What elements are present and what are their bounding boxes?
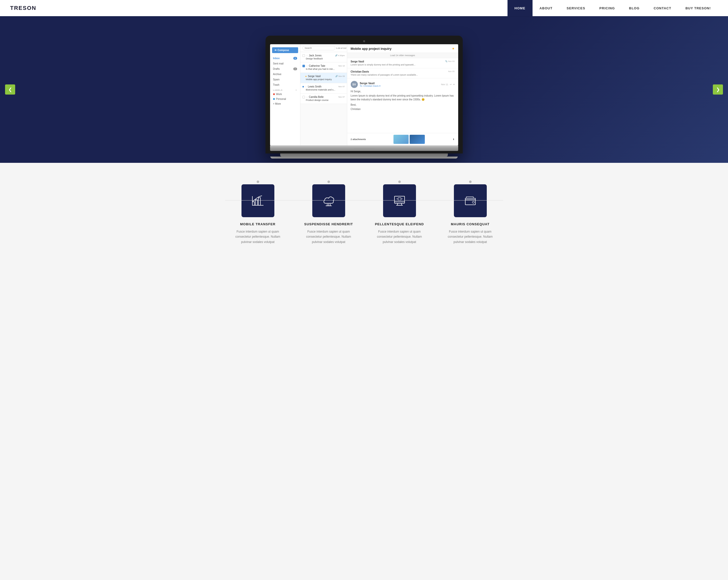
avatar: SV xyxy=(351,81,358,88)
email-time-1: 🔗 4:30pm xyxy=(335,54,345,57)
nav-services[interactable]: SERVICES xyxy=(560,0,593,16)
mail-app: ✏ Compose Inbox 3 Sent mail Dr xyxy=(270,44,458,146)
email-sender-1: Jack Jones xyxy=(309,54,334,57)
svg-rect-14 xyxy=(398,198,401,200)
feature-desc-3: Fusce interdum sapien ut quam consectetu… xyxy=(374,229,425,244)
email-checkbox-2[interactable] xyxy=(303,65,305,67)
email-star-4[interactable]: ☆ xyxy=(305,85,307,88)
email-sender-5: Camilla Belle xyxy=(309,96,338,98)
attachment-icon-3: 🔗 xyxy=(335,75,338,77)
thread-preview-1: Lorem Ipsum is simply dummy text of the … xyxy=(351,63,454,66)
laptop-mockup: ✏ Compose Inbox 3 Sent mail Dr xyxy=(265,36,463,159)
personal-dot xyxy=(273,98,275,100)
feature-title-1: MOBILE TRANSFER xyxy=(240,222,276,226)
email-star-3[interactable]: ★ xyxy=(305,75,307,78)
email-body: SV Serge Vasil To: Christian Davis ▾ Nov… xyxy=(347,78,458,133)
label-personal[interactable]: Personal xyxy=(270,97,300,101)
email-time-3: 🔗 Nov 09 xyxy=(335,75,345,77)
email-checkbox-5[interactable] xyxy=(303,96,305,98)
email-sender-2: Catherine Tate xyxy=(309,64,338,67)
laptop-camera xyxy=(363,40,365,42)
email-time-4: Nov 07 xyxy=(338,85,345,88)
feature-pellentesque: PELLENTESQUE ELEIFEND Fusce interdum sap… xyxy=(367,181,433,244)
thread-sender-1: Serge Vasil xyxy=(351,60,364,63)
thread-item: Christian Davis Nov 05 There are many va… xyxy=(347,68,458,78)
nav-links: HOME ABOUT SERVICES PRICING BLOG CONTACT… xyxy=(508,0,718,16)
svg-rect-1 xyxy=(255,200,257,205)
list-item[interactable]: ☆ Catherine Tate Nov 10 Is that what you… xyxy=(301,62,347,73)
nav-buy[interactable]: BUY TRESON! xyxy=(678,0,718,16)
unread-dot-4 xyxy=(303,86,304,87)
list-item[interactable]: ☆ Jack Jones 🔗 4:30pm Design feedback xyxy=(301,52,347,62)
sidebar-item-archive[interactable]: Archive xyxy=(270,72,300,77)
sidebar-item-spam[interactable]: Spam xyxy=(270,77,300,82)
attachment-thumb-1 xyxy=(393,135,409,144)
email-sender-4: Lewis Smith xyxy=(308,85,338,88)
sidebar-item-trash[interactable]: Trash xyxy=(270,82,300,87)
reply-icon[interactable]: ↩ xyxy=(450,83,452,86)
nav-blog[interactable]: BLOG xyxy=(622,0,647,16)
hero-section: ❮ ✏ Compose Inbox xyxy=(0,16,728,163)
nav-about[interactable]: ABOUT xyxy=(532,0,560,16)
label-work[interactable]: Work xyxy=(270,92,300,97)
thread-sender-2: Christian Davis xyxy=(351,70,369,73)
more-icon[interactable]: ▾ xyxy=(453,83,454,86)
mail-list: 1-24 of 112 ‹ › ☆ Jack Jones xyxy=(301,44,347,146)
feature-title-2: SUSPENDISSE HENDRERIT xyxy=(304,222,353,226)
more-label: + More xyxy=(273,102,281,105)
email-star-2[interactable]: ☆ xyxy=(306,65,308,67)
sidebar-item-inbox[interactable]: Inbox 3 xyxy=(270,56,300,61)
nav-pricing[interactable]: PRICING xyxy=(592,0,622,16)
work-dot xyxy=(273,93,275,95)
sidebar-item-sent[interactable]: Sent mail xyxy=(270,61,300,66)
work-label: Work xyxy=(276,93,282,96)
svg-point-18 xyxy=(472,201,474,203)
laptop-base xyxy=(270,146,458,151)
prev-slide-button[interactable]: ❮ xyxy=(5,84,15,95)
attachment-paperclip: 📎 xyxy=(445,60,448,62)
email-body-text: Lorem Ipsum is simply dummy text of the … xyxy=(351,94,454,101)
inbox-badge: 3 xyxy=(293,57,297,60)
cloud-icon xyxy=(322,194,335,207)
nav-home[interactable]: HOME xyxy=(508,0,532,16)
laptop-screen: ✏ Compose Inbox 3 Sent mail Dr xyxy=(270,44,458,146)
label-more[interactable]: + More xyxy=(270,101,300,106)
email-to-line: To: Christian Davis ▾ xyxy=(360,85,381,87)
email-subject-1: Design feedback xyxy=(303,57,345,60)
drafts-label: Drafts xyxy=(273,68,280,70)
compose-button[interactable]: ✏ Compose xyxy=(272,47,298,53)
list-item[interactable]: ☆ Lewis Smith Nov 07 Bistronome material… xyxy=(301,83,347,94)
attachment-thumb-2 xyxy=(410,135,425,144)
sidebar-item-drafts[interactable]: Drafts 2 xyxy=(270,66,300,72)
inbox-label: Inbox xyxy=(273,57,280,60)
feature-mauris: MAURIS CONSEQUAT Fusce interdum sapien u… xyxy=(438,181,503,244)
trash-label: Trash xyxy=(273,83,280,86)
logo: TRESON xyxy=(10,5,36,11)
labels-expand-icon: + xyxy=(295,89,297,91)
search-input[interactable] xyxy=(303,46,335,50)
email-subject-3: Mobile app project inquiry xyxy=(303,78,345,81)
mail-detail: Mobile app project inquiry ★ Load 24 old… xyxy=(347,44,458,146)
list-item[interactable]: ☆ Camilla Belle Nov 07 Product design co… xyxy=(301,94,347,104)
feature-icon-box-2 xyxy=(312,184,345,217)
email-date: Nov 11 xyxy=(441,83,448,86)
personal-label: Personal xyxy=(276,98,286,100)
list-item[interactable]: ★ Serge Vasil 🔗 Nov 09 Mobile app projec… xyxy=(301,73,347,83)
thread-time-2: Nov 05 xyxy=(448,70,454,73)
download-all-icon[interactable]: ⬇ xyxy=(452,138,454,140)
email-star-5[interactable]: ☆ xyxy=(306,96,308,98)
email-star-1[interactable]: ☆ xyxy=(306,54,308,57)
laptop-frame: ✏ Compose Inbox 3 Sent mail Dr xyxy=(265,36,463,154)
spam-label: Spam xyxy=(273,78,280,81)
navbar: TRESON HOME ABOUT SERVICES PRICING BLOG … xyxy=(0,0,728,16)
nav-contact[interactable]: CONTACT xyxy=(647,0,678,16)
features-grid-wrapper: MOBILE TRANSFER Fusce interdum sapien ut… xyxy=(225,181,503,244)
email-checkbox-1[interactable] xyxy=(303,54,305,57)
feature-suspendisse: SUSPENDISSE HENDRERIT Fusce interdum sap… xyxy=(296,181,362,244)
feature-dot-3 xyxy=(398,181,401,183)
feature-desc-1: Fusce interdum sapien ut quam consectetu… xyxy=(233,229,283,244)
labels-section-title: LABELS xyxy=(273,89,283,91)
next-slide-button[interactable]: ❯ xyxy=(713,84,723,95)
load-older-button[interactable]: Load 24 older messages xyxy=(347,53,458,58)
detail-star[interactable]: ★ xyxy=(452,47,454,50)
